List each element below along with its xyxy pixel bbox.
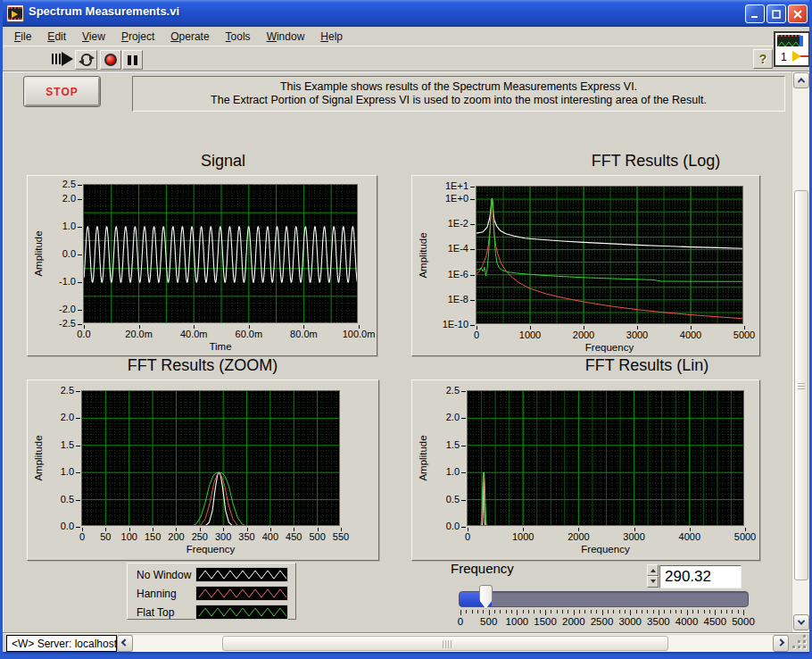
horizontal-scrollbar[interactable] xyxy=(133,635,774,652)
x-tick-label: 300 xyxy=(215,531,231,542)
frequency-slider-track[interactable] xyxy=(459,591,749,607)
x-tick-label: 200 xyxy=(168,531,184,542)
x-tick-label: 60.0m xyxy=(236,329,263,339)
minimize-button[interactable] xyxy=(745,4,765,23)
slider-tick xyxy=(489,610,490,615)
slider-tick xyxy=(664,610,665,613)
vi-icon-arrow xyxy=(792,51,807,62)
decrement-button[interactable] xyxy=(647,576,659,588)
scroll-up-button[interactable] xyxy=(793,72,809,88)
stop-button[interactable]: STOP xyxy=(24,77,100,106)
legend-line-sample xyxy=(195,605,288,620)
run-continuously-button[interactable] xyxy=(75,50,97,70)
x-tick-label: 0.0 xyxy=(77,329,90,339)
slider-scale-number: 1500 xyxy=(534,616,557,627)
y-tick-mark xyxy=(78,282,82,283)
slider-tick xyxy=(630,610,631,615)
graph-title: FFT Results (Log) xyxy=(592,152,721,171)
maximize-button[interactable] xyxy=(766,4,786,23)
run-icon[interactable] xyxy=(51,51,74,67)
slider-tick xyxy=(557,610,558,613)
x-axis-label: Frequency xyxy=(585,342,634,353)
slider-tick xyxy=(608,610,609,613)
vi-icon-waveform xyxy=(777,35,800,46)
abort-button[interactable] xyxy=(100,50,121,70)
y-tick-mark xyxy=(470,300,475,301)
scroll-down-button[interactable] xyxy=(793,614,809,630)
horizontal-scroll-thumb[interactable] xyxy=(222,636,668,651)
slider-tick xyxy=(511,610,512,613)
y-tick-label: 1.0 xyxy=(40,221,76,231)
close-button[interactable] xyxy=(788,4,808,23)
help-icon: ? xyxy=(759,52,767,66)
pause-button[interactable] xyxy=(122,50,143,70)
menu-item-operate[interactable]: Operate xyxy=(162,28,217,46)
x-tick-label: 250 xyxy=(192,531,208,542)
scroll-left-button[interactable] xyxy=(117,635,133,652)
maximize-icon xyxy=(771,9,782,20)
resize-grip[interactable] xyxy=(791,634,809,652)
fft-zoom-graph: FFT Results (ZOOM) 050100150200250300350… xyxy=(27,356,379,561)
slider-tick xyxy=(494,610,495,613)
y-tick-mark xyxy=(78,185,82,186)
y-tick-label: 2.5 xyxy=(40,179,76,189)
slider-tick xyxy=(584,610,585,613)
y-tick-mark xyxy=(78,199,82,200)
y-tick-mark xyxy=(76,472,80,473)
y-tick-label: 1.5 xyxy=(38,439,74,450)
slider-tick xyxy=(551,610,551,613)
menu-item-window[interactable]: Window xyxy=(259,28,313,46)
slider-tick xyxy=(687,610,688,615)
slider-scale-number: 2500 xyxy=(591,616,614,627)
x-tick-label: 400 xyxy=(262,531,278,542)
slider-tick xyxy=(534,610,534,613)
abort-icon xyxy=(104,54,117,66)
vertical-scroll-thumb[interactable] xyxy=(794,190,808,580)
slider-tick xyxy=(647,610,648,613)
pause-icon xyxy=(128,55,137,65)
slider-scale-number: 2000 xyxy=(562,616,585,627)
description-box: This Example shows results of the Spectr… xyxy=(132,76,785,112)
vi-icon[interactable]: 1 xyxy=(774,31,810,67)
slider-tick xyxy=(545,610,546,615)
x-axis-label: Frequency xyxy=(581,544,629,555)
y-tick-label: 2.0 xyxy=(38,412,74,422)
frequency-value-field[interactable]: 290.32 xyxy=(659,565,742,588)
menu-item-view[interactable]: View xyxy=(74,28,113,46)
y-tick-mark xyxy=(78,310,82,311)
menu-item-edit[interactable]: Edit xyxy=(39,28,74,46)
x-tick-label: 40.0m xyxy=(180,329,208,339)
y-tick-label: 1E-2 xyxy=(433,218,468,229)
menu-item-project[interactable]: Project xyxy=(113,28,162,46)
graph-title: FFT Results (Lin) xyxy=(585,356,709,375)
fft-log-graph: FFT Results (Log) 0100020003000400050001… xyxy=(411,152,760,356)
window-bottom-frame xyxy=(3,652,809,659)
x-tick-label: 0 xyxy=(474,330,479,340)
y-tick-mark xyxy=(76,527,80,528)
y-tick-label: -1.0 xyxy=(40,276,76,287)
menu-item-file[interactable]: File xyxy=(6,28,39,46)
scroll-right-button[interactable] xyxy=(773,635,789,652)
y-tick-label: 1E-8 xyxy=(433,294,468,304)
legend-row: Hanning xyxy=(128,585,295,603)
chevron-up-icon xyxy=(798,78,805,85)
y-tick-label: 0.0 xyxy=(40,248,76,259)
vertical-scrollbar[interactable] xyxy=(791,71,809,632)
x-tick-label: 50 xyxy=(100,531,111,542)
legend-row: No Window xyxy=(128,566,295,584)
help-button[interactable]: ? xyxy=(753,49,773,69)
legend-label: No Window xyxy=(137,569,191,581)
slider-tick xyxy=(466,610,467,613)
x-tick-label: 450 xyxy=(286,531,302,542)
menu-item-tools[interactable]: Tools xyxy=(218,28,259,46)
y-tick-label: 2.0 xyxy=(424,412,460,422)
menu-item-help[interactable]: Help xyxy=(312,28,351,46)
server-status[interactable]: <W> Server: localhost xyxy=(6,635,117,652)
y-tick-mark xyxy=(76,500,80,501)
slider-tick xyxy=(721,610,722,613)
increment-button[interactable] xyxy=(647,564,659,576)
y-tick-mark xyxy=(461,527,466,528)
y-tick-label: 0.5 xyxy=(38,494,74,505)
x-tick-label: 100 xyxy=(121,531,137,542)
title-bar[interactable]: Spectrum Measurements.vi xyxy=(3,0,809,27)
